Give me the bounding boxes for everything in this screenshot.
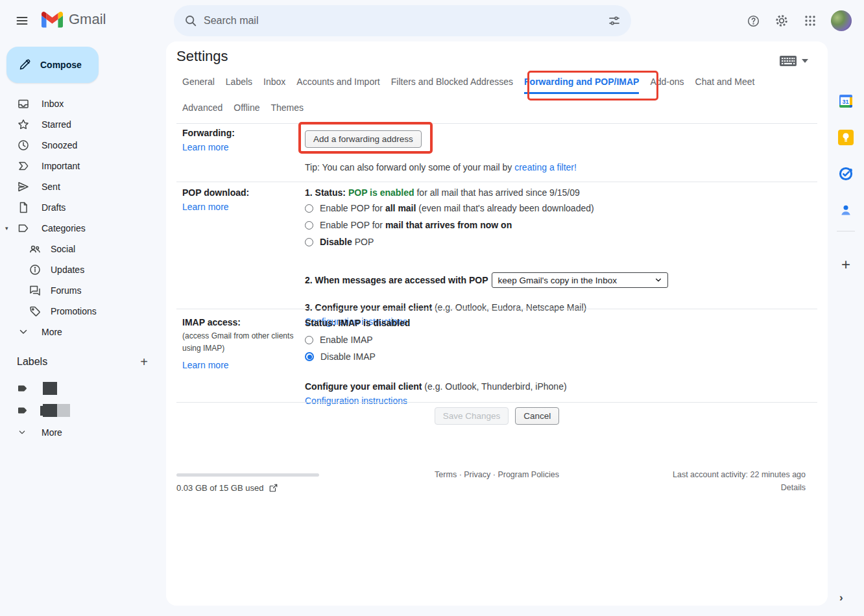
form-buttons-row: Save Changes Cancel (166, 407, 828, 425)
details-link[interactable]: Details (781, 483, 806, 492)
privacy-link[interactable]: Privacy (464, 470, 490, 479)
pop-step3-bold: 3. Configure your email client (305, 302, 432, 313)
tab-inbox[interactable]: Inbox (263, 77, 285, 94)
sidebar-item-updates[interactable]: Updates (0, 259, 166, 280)
settings-gear-icon[interactable] (769, 8, 795, 34)
radio-unchecked-icon[interactable] (305, 204, 313, 213)
sidebar-item-promotions[interactable]: Promotions (0, 301, 166, 322)
storage-usage: 0.03 GB of 15 GB used (176, 483, 278, 493)
separator-dot: · (459, 470, 462, 479)
radio-unchecked-icon[interactable] (305, 221, 313, 230)
tab-forwarding-and-pop-imap[interactable]: Forwarding and POP/IMAP (524, 77, 639, 94)
expander-triangle-icon[interactable]: ▾ (5, 225, 8, 231)
pop-radio-row-2[interactable]: Disable POP (305, 235, 815, 248)
storage-usage-text: 0.03 GB of 15 GB used (176, 483, 263, 493)
save-changes-button[interactable]: Save Changes (435, 407, 509, 425)
sidebar-item-label: Starred (42, 119, 71, 130)
tab-filters-and-blocked-addresses[interactable]: Filters and Blocked Addresses (391, 77, 513, 94)
user-label-row[interactable] (0, 399, 166, 421)
last-account-activity: Last account activity: 22 minutes ago (673, 470, 806, 479)
search-icon[interactable] (178, 8, 204, 34)
get-addons-plus-icon[interactable]: + (837, 255, 855, 274)
tab-advanced[interactable]: Advanced (182, 102, 222, 118)
google-apps-grid-icon[interactable] (797, 8, 823, 34)
sidebar-item-inbox[interactable]: Inbox (0, 93, 166, 114)
tab-chat-and-meet[interactable]: Chat and Meet (695, 77, 755, 94)
sidebar-item-social[interactable]: Social (0, 239, 166, 259)
sidebar-item-categories[interactable]: ▾Categories (0, 218, 166, 239)
calendar-icon[interactable]: 31 (838, 93, 854, 109)
tab-add-ons[interactable]: Add-ons (650, 77, 684, 94)
tab-accounts-and-import[interactable]: Accounts and Import (296, 77, 379, 94)
keep-icon[interactable] (838, 130, 854, 145)
sidebar-item-sent[interactable]: Sent (0, 176, 166, 197)
program-policies-link[interactable]: Program Policies (498, 470, 558, 479)
label-tag-filled-icon (17, 382, 30, 395)
pop-behavior-select[interactable]: keep Gmail's copy in the Inbox (492, 272, 668, 288)
tab-general[interactable]: General (182, 77, 215, 94)
imap-disable-label: Disable IMAP (320, 351, 376, 362)
input-tools-toggle[interactable] (780, 56, 808, 66)
imap-enable-radio-row[interactable]: Enable IMAP (305, 333, 815, 346)
pop-step2-label: 2. When messages are accessed with POP (305, 275, 488, 285)
open-in-new-icon[interactable] (269, 483, 278, 493)
sidebar-item-label: Sent (42, 182, 60, 192)
labels-heading: Labels (17, 356, 47, 368)
forwarding-learn-more-link[interactable]: Learn more (182, 142, 229, 152)
pop-behavior-selected-value: keep Gmail's copy in the Inbox (498, 276, 616, 285)
sidebar-item-snoozed[interactable]: Snoozed (0, 135, 166, 156)
radio-unchecked-icon[interactable] (305, 238, 313, 246)
sidebar-item-more[interactable]: More (0, 322, 166, 342)
help-icon[interactable] (740, 8, 766, 34)
sidebar-item-label: Snoozed (42, 140, 77, 150)
terms-link[interactable]: Terms (435, 470, 457, 479)
show-side-panel-chevron-icon[interactable]: › (839, 591, 843, 604)
search-bar[interactable] (174, 5, 631, 36)
sidebar-item-label: Drafts (42, 202, 66, 213)
pop-step2-row: 2. When messages are accessed with POP k… (305, 272, 815, 288)
compose-button[interactable]: Compose (6, 47, 99, 83)
search-options-tune-icon[interactable] (601, 8, 627, 34)
pop-step3-line: 3. Configure your email client (e.g. Out… (305, 302, 815, 313)
create-label-plus-icon[interactable]: + (136, 354, 152, 370)
imap-learn-more-link[interactable]: Learn more (182, 360, 229, 370)
tab-themes[interactable]: Themes (271, 102, 304, 118)
top-bar: Gmail (0, 0, 864, 41)
sidebar-item-forums[interactable]: Forums (0, 280, 166, 301)
pop-content-col: 1. Status: POP is enabled for all mail t… (305, 187, 815, 327)
gmail-logo[interactable]: Gmail (42, 11, 106, 28)
sidebar-item-label: More (42, 327, 62, 337)
radio-checked-icon[interactable] (305, 352, 314, 361)
tasks-icon[interactable] (838, 166, 854, 182)
tab-labels[interactable]: Labels (226, 77, 252, 94)
chevron-down-icon (802, 59, 808, 63)
sidebar-item-starred[interactable]: Starred (0, 114, 166, 135)
sidebar-item-drafts[interactable]: Drafts (0, 197, 166, 218)
imap-configure-bold: Configure your email client (305, 381, 422, 392)
main-menu-hamburger-icon[interactable] (9, 8, 35, 34)
account-avatar[interactable] (831, 10, 852, 31)
tag-icon (29, 305, 42, 318)
search-input[interactable] (204, 15, 601, 27)
imap-label-col: IMAP access: (access Gmail from other cl… (182, 317, 299, 370)
pop-radio-row-0[interactable]: Enable POP for all mail (even mail that'… (305, 202, 815, 215)
chevron-down-icon (17, 427, 27, 438)
add-forwarding-address-button[interactable]: Add a forwarding address (305, 130, 422, 148)
imap-disable-radio-row[interactable]: Disable IMAP (305, 350, 815, 363)
send-icon (17, 180, 30, 193)
imap-note: (access Gmail from other clients using I… (182, 330, 299, 355)
labels-section-header: Labels + (0, 351, 166, 372)
imap-configuration-instructions-link[interactable]: Configuration instructions (305, 396, 407, 406)
radio-unchecked-icon[interactable] (305, 336, 313, 344)
pop-learn-more-link[interactable]: Learn more (182, 202, 229, 212)
pop-radio-row-1[interactable]: Enable POP for mail that arrives from no… (305, 219, 815, 231)
tab-offline[interactable]: Offline (234, 102, 259, 118)
sidebar-item-label: Promotions (51, 306, 97, 316)
contacts-icon[interactable] (838, 202, 854, 218)
cancel-button[interactable]: Cancel (515, 407, 559, 425)
creating-a-filter-link[interactable]: creating a filter! (514, 162, 577, 172)
user-label-row[interactable] (0, 377, 166, 399)
sidebar-item-label: Important (42, 161, 80, 171)
labels-more-row[interactable]: More (0, 421, 166, 444)
sidebar-item-important[interactable]: Important (0, 156, 166, 176)
